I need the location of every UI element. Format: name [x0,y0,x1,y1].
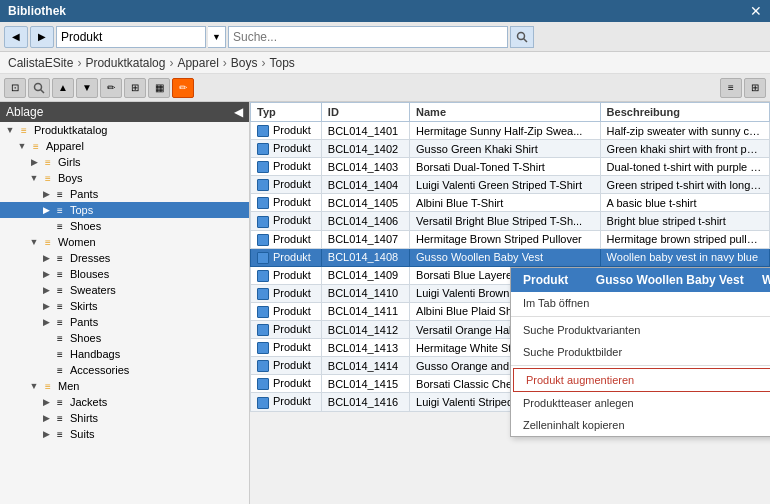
item-icon: ≡ [52,283,68,297]
sidebar-item-pants-women[interactable]: ▶ ≡ Pants [0,314,249,330]
context-menu-item-copy-cell[interactable]: Zelleninhalt kopieren [511,414,770,436]
title-bar: Bibliothek ✕ [0,0,770,22]
sidebar-item-label: Women [58,236,96,248]
cell-desc: A basic blue t-shirt [600,194,769,212]
sidebar-item-shirts[interactable]: ▶ ≡ Shirts [0,410,249,426]
svg-point-2 [35,83,42,90]
expand-arrow: ▼ [4,125,16,135]
zoom-button[interactable] [28,78,50,98]
col-id[interactable]: ID [321,103,409,122]
sidebar-item-girls[interactable]: ▶ ≡ Girls [0,154,249,170]
product-search-input[interactable] [56,26,206,48]
sidebar-item-men[interactable]: ▼ ≡ Men [0,378,249,394]
item-icon: ≡ [52,315,68,329]
table-row[interactable]: ProduktBCL014_1407Hermitage Brown Stripe… [251,230,770,248]
sidebar-item-jackets[interactable]: ▶ ≡ Jackets [0,394,249,410]
sidebar-item-label: Sweaters [70,284,116,296]
breadcrumb-item-3[interactable]: Boys [231,56,258,70]
forward-button[interactable]: ▶ [30,26,54,48]
sidebar-item-label: Jackets [70,396,107,408]
breadcrumb-item-1[interactable]: Produktkatalog [85,56,165,70]
list-view-button[interactable]: ≡ [720,78,742,98]
catalog-icon: ≡ [16,123,32,137]
app-title: Bibliothek [8,4,66,18]
sidebar-item-pants[interactable]: ▶ ≡ Pants [0,186,249,202]
cell-id: BCL014_1412 [321,321,409,339]
back-button[interactable]: ◀ [4,26,28,48]
col-typ[interactable]: Typ [251,103,322,122]
cell-name: Borsati Dual-Toned T-Shirt [410,158,601,176]
expand-arrow: ▶ [40,429,52,439]
cell-id: BCL014_1405 [321,194,409,212]
col-name[interactable]: Name [410,103,601,122]
cell-desc: Dual-toned t-shirt with purple s... [600,158,769,176]
sidebar-toggle-button[interactable]: ◀ [234,105,243,119]
table-row[interactable]: ProduktBCL014_1403Borsati Dual-Toned T-S… [251,158,770,176]
cell-typ: Produkt [251,230,322,248]
sidebar-item-label: Apparel [46,140,84,152]
search-input[interactable] [228,26,508,48]
table-button[interactable]: ▦ [148,78,170,98]
edit-active-button[interactable]: ✏ [172,78,194,98]
cell-id: BCL014_1406 [321,212,409,230]
cell-id: BCL014_1407 [321,230,409,248]
main-toolbar: ◀ ▶ ▼ [0,22,770,52]
sidebar-item-produktkatalog[interactable]: ▼ ≡ Produktkatalog [0,122,249,138]
sidebar-item-shoes-women[interactable]: ≡ Shoes [0,330,249,346]
sidebar-item-sweaters[interactable]: ▶ ≡ Sweaters [0,282,249,298]
context-menu-item-teaser[interactable]: Produktteaser anlegen [511,392,770,414]
table-row[interactable]: ProduktBCL014_1402Gusso Green Khaki Shir… [251,140,770,158]
sidebar-item-tops[interactable]: ▶ ≡ Tops [0,202,249,218]
context-menu-header-row: Produkt Gusso Woollen Baby Vest Woollen … [511,268,770,292]
cell-typ: Produkt [251,302,322,320]
col-beschreibung[interactable]: Beschreibung [600,103,769,122]
edit-button[interactable]: ✏ [100,78,122,98]
select-button[interactable]: ⊡ [4,78,26,98]
cell-id: BCL014_1411 [321,302,409,320]
sidebar-item-boys[interactable]: ▼ ≡ Boys [0,170,249,186]
search-dropdown-arrow[interactable]: ▼ [208,26,226,48]
table-row[interactable]: ProduktBCL014_1401Hermitage Sunny Half-Z… [251,122,770,140]
sidebar-item-apparel[interactable]: ▼ ≡ Apparel [0,138,249,154]
sidebar-item-blouses[interactable]: ▶ ≡ Blouses [0,266,249,282]
breadcrumb-item-4[interactable]: Tops [270,56,295,70]
cell-typ: Produkt [251,194,322,212]
close-button[interactable]: ✕ [750,4,762,18]
sidebar-item-shoes-boys[interactable]: ≡ Shoes [0,218,249,234]
grid-view-button[interactable]: ⊞ [744,78,766,98]
sidebar-item-handbags[interactable]: ≡ Handbags [0,346,249,362]
expand-arrow: ▶ [40,397,52,407]
content-area: Typ ID Name Beschreibung ProduktBCL014_1… [250,102,770,504]
context-menu-item-search-variants[interactable]: Suche Produktvarianten [511,319,770,341]
cell-typ: Produkt [251,357,322,375]
cell-typ: Produkt [251,212,322,230]
sidebar-item-dresses[interactable]: ▶ ≡ Dresses [0,250,249,266]
sidebar-item-women[interactable]: ▼ ≡ Women [0,234,249,250]
table-row[interactable]: ProduktBCL014_1408Gusso Woollen Baby Ves… [251,248,770,266]
up-button[interactable]: ▲ [52,78,74,98]
table-row[interactable]: ProduktBCL014_1404Luigi Valenti Green St… [251,176,770,194]
sidebar-item-accessories[interactable]: ≡ Accessories [0,362,249,378]
sidebar: Ablage ◀ ▼ ≡ Produktkatalog ▼ ≡ Apparel … [0,102,250,504]
breadcrumb-root[interactable]: CalistaESite [8,56,73,70]
down-button[interactable]: ▼ [76,78,98,98]
expand-arrow: ▶ [40,301,52,311]
context-product-name: Gusso Woollen Baby Vest [596,273,744,287]
item-icon: ≡ [52,267,68,281]
cell-typ: Produkt [251,321,322,339]
sidebar-item-label: Dresses [70,252,110,264]
table-row[interactable]: ProduktBCL014_1405Albini Blue T-ShirtA b… [251,194,770,212]
zoom-icon [33,82,45,94]
breadcrumb-item-2[interactable]: Apparel [177,56,218,70]
context-menu-item-augment[interactable]: Produkt augmentieren [513,368,770,392]
sidebar-item-skirts[interactable]: ▶ ≡ Skirts [0,298,249,314]
item-icon: ≡ [52,299,68,313]
sidebar-item-suits[interactable]: ▶ ≡ Suits [0,426,249,442]
context-menu-item-open[interactable]: Im Tab öffnen [511,292,770,314]
sidebar-item-label: Accessories [70,364,129,376]
table-row[interactable]: ProduktBCL014_1406Versatil Bright Blue S… [251,212,770,230]
cell-typ: Produkt [251,284,322,302]
search-go-button[interactable] [510,26,534,48]
context-menu-item-search-images[interactable]: Suche Produktbilder [511,341,770,363]
grid-button[interactable]: ⊞ [124,78,146,98]
